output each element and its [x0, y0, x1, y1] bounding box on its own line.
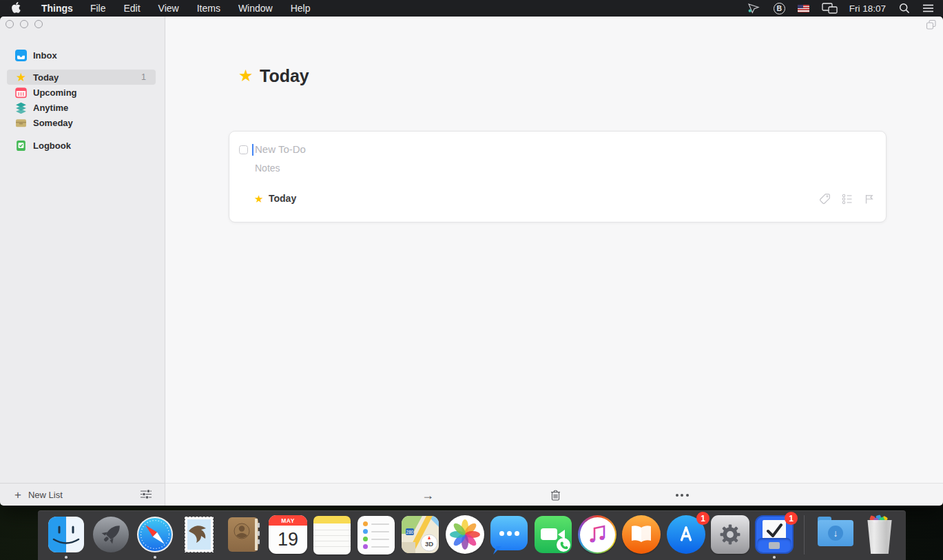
deadline-flag-icon[interactable]	[862, 192, 875, 205]
spotlight-search-icon[interactable]	[893, 0, 916, 17]
running-indicator-finder	[65, 556, 68, 559]
menu-item-edit[interactable]: Edit	[114, 3, 149, 14]
notification-center-icon[interactable]	[916, 0, 943, 17]
menu-bar-clock[interactable]: Fri 18:07	[844, 3, 893, 14]
inbox-icon	[15, 50, 27, 61]
when-today-chip[interactable]: Today	[269, 193, 296, 204]
tag-plus-icon[interactable]	[818, 192, 831, 205]
apple-logo-icon	[12, 2, 21, 15]
dock-app-books[interactable]	[621, 515, 661, 554]
dock-separator	[804, 515, 805, 554]
move-arrow-icon[interactable]: →	[421, 484, 435, 506]
dock-app-contacts[interactable]	[223, 515, 263, 554]
dock-app-finder[interactable]	[46, 515, 86, 554]
new-todo-card[interactable]: New To-Do Notes ★ Today	[229, 131, 887, 222]
dock: MAY 19 3D280	[38, 510, 906, 560]
running-indicator-things	[773, 556, 776, 559]
dock-app-reminders[interactable]	[356, 515, 396, 554]
duplicate-window-icon[interactable]	[926, 19, 937, 33]
plus-icon: +	[14, 489, 21, 501]
logbook-icon	[15, 140, 27, 152]
sidebar-item-label: Today	[33, 72, 59, 83]
sidebar-item-label: Upcoming	[33, 87, 77, 98]
dock-app-facetime[interactable]	[533, 515, 573, 554]
things-window: Inbox ★ Today 1 Upcoming Anytime Someday	[0, 17, 943, 506]
sidebar-item-label: Logbook	[33, 141, 71, 151]
page-title-star-icon: ★	[238, 68, 253, 84]
when-star-icon: ★	[254, 194, 263, 204]
menu-item-file[interactable]: File	[81, 3, 115, 14]
running-indicator-safari	[154, 556, 156, 559]
menu-item-help[interactable]: Help	[282, 3, 320, 14]
dock-app-maps[interactable]: 3D280	[400, 515, 440, 554]
maps-3d-label: 3D	[425, 540, 433, 548]
dock-app-app-store[interactable]: 1	[666, 515, 706, 554]
menu-bar-left: Things File Edit View Items Window Help	[0, 0, 320, 17]
menu-bar-status-area: B Fri 18:07	[740, 0, 943, 17]
sidebar-item-anytime[interactable]: Anytime	[7, 100, 156, 115]
menu-app-name[interactable]: Things	[33, 3, 81, 14]
trash-icon[interactable]	[550, 484, 561, 506]
dock-app-system-preferences[interactable]	[710, 515, 750, 554]
sidebar-item-upcoming[interactable]: Upcoming	[7, 85, 156, 100]
list-settings-sliders-icon[interactable]	[140, 489, 152, 502]
anytime-layers-icon	[15, 102, 27, 114]
pointer-status-icon[interactable]	[740, 0, 767, 17]
today-count-badge: 1	[141, 72, 146, 82]
dock-app-itunes[interactable]	[577, 515, 617, 554]
input-source-flag-icon[interactable]	[791, 0, 816, 17]
text-cursor	[252, 144, 253, 156]
today-star-icon: ★	[15, 72, 27, 83]
calendar-month: MAY	[269, 515, 307, 526]
upcoming-calendar-icon	[15, 87, 27, 98]
sidebar-item-label: Inbox	[33, 50, 57, 61]
dock-app-safari[interactable]	[135, 515, 175, 554]
todo-notes-input[interactable]: Notes	[255, 163, 280, 174]
maps-route-shield: 280	[406, 530, 414, 535]
dock-trash[interactable]	[860, 515, 900, 554]
dock-app-notes[interactable]	[312, 515, 352, 554]
sidebar-item-label: Someday	[33, 118, 73, 128]
dock-app-calendar[interactable]: MAY 19	[268, 515, 308, 554]
apple-menu[interactable]	[0, 0, 33, 17]
sidebar-divider	[165, 17, 165, 506]
main-content: ★ Today New To-Do Notes ★ Today	[165, 17, 943, 483]
sidebar-item-inbox[interactable]: Inbox	[7, 48, 156, 63]
sidebar-item-someday[interactable]: Someday	[7, 115, 156, 130]
menu-bar: Things File Edit View Items Window Help …	[0, 0, 943, 17]
sidebar-item-logbook[interactable]: Logbook	[7, 138, 156, 153]
sidebar-item-today[interactable]: ★ Today 1	[7, 70, 156, 85]
things-notification-badge: 1	[785, 512, 798, 525]
page-title: Today	[260, 66, 309, 86]
someday-box-icon	[15, 117, 27, 129]
dock-app-launchpad[interactable]	[91, 515, 131, 554]
zoom-window-button[interactable]	[34, 20, 43, 28]
menu-item-window[interactable]: Window	[229, 3, 282, 14]
sidebar-item-label: Anytime	[33, 103, 68, 113]
menu-item-items[interactable]: Items	[188, 3, 229, 14]
dock-app-mail[interactable]	[179, 515, 219, 554]
checklist-icon[interactable]	[840, 192, 853, 205]
b-circle-status-icon[interactable]: B	[767, 0, 791, 17]
displays-status-icon[interactable]	[816, 0, 844, 17]
desktop: Things File Edit View Items Window Help …	[0, 0, 943, 560]
dock-app-things[interactable]: 1	[754, 515, 794, 554]
more-ellipsis-icon[interactable]	[674, 484, 690, 506]
calendar-day: 19	[269, 526, 307, 554]
sidebar: Inbox ★ Today 1 Upcoming Anytime Someday	[0, 17, 165, 483]
main-toolbar: →	[165, 483, 943, 506]
todo-title-input[interactable]: New To-Do	[255, 143, 306, 155]
todo-checkbox[interactable]	[239, 145, 248, 154]
minimize-window-button[interactable]	[20, 20, 28, 28]
app-store-notification-badge: 1	[696, 512, 709, 525]
menu-item-view[interactable]: View	[149, 3, 188, 14]
dock-folder-downloads[interactable]: ↓	[816, 515, 856, 554]
dock-app-photos[interactable]	[445, 515, 485, 554]
close-window-button[interactable]	[6, 20, 14, 28]
new-list-button[interactable]: New List	[28, 490, 63, 500]
dock-app-messages[interactable]	[489, 515, 529, 554]
facetime-phone-badge	[557, 538, 570, 552]
